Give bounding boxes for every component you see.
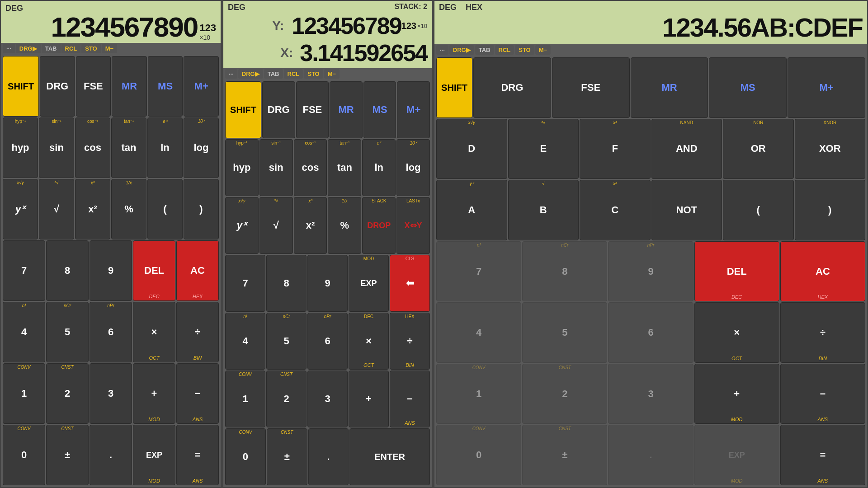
- btn-lparen[interactable]: (: [147, 179, 183, 239]
- toolbar-hex-sto[interactable]: STO: [515, 45, 534, 55]
- btn-5[interactable]: nCr 5: [46, 302, 89, 362]
- rpn-btn-backspace[interactable]: CLS ⬅: [390, 255, 430, 312]
- rpn-btn-sin[interactable]: sin⁻¹ sin: [259, 139, 293, 196]
- btn-sqrt[interactable]: ³√ √: [39, 179, 74, 239]
- hex-btn-rparen[interactable]: ): [795, 180, 866, 240]
- hex-btn-fse[interactable]: FSE: [552, 57, 630, 118]
- btn-3[interactable]: 3: [90, 363, 132, 424]
- hex-btn-9[interactable]: nPr 9: [608, 241, 693, 302]
- toolbar-hex-menu[interactable]: ···: [436, 45, 448, 55]
- hex-btn-drg[interactable]: DRG: [473, 57, 551, 118]
- rpn-btn-5[interactable]: nCr 5: [266, 313, 307, 370]
- btn-8[interactable]: 8: [46, 240, 89, 301]
- hex-btn-del[interactable]: DEL DEC: [694, 241, 779, 302]
- btn-shift[interactable]: SHIFT: [3, 56, 39, 117]
- toolbar-rpn-menu[interactable]: ···: [225, 69, 237, 79]
- toolbar-hex-rcl[interactable]: RCL: [495, 45, 514, 55]
- btn-plus[interactable]: + MOD: [133, 363, 175, 424]
- rpn-btn-multiply[interactable]: DEC × OCT: [349, 313, 389, 370]
- btn-7[interactable]: 7: [3, 240, 45, 301]
- toolbar-rpn-rcl[interactable]: RCL: [284, 69, 303, 79]
- hex-btn-8[interactable]: nCr 8: [522, 241, 607, 302]
- btn-ln[interactable]: eˣ ln: [147, 117, 183, 178]
- hex-btn-6[interactable]: 6: [608, 302, 693, 363]
- hex-btn-f[interactable]: x³ F: [580, 119, 651, 179]
- hex-btn-mplus[interactable]: M+: [788, 57, 865, 118]
- hex-btn-divide[interactable]: ÷ BIN: [780, 302, 865, 363]
- btn-9[interactable]: 9: [90, 240, 132, 301]
- rpn-btn-drop[interactable]: STACK DROP: [362, 197, 396, 254]
- rpn-btn-8[interactable]: 8: [266, 255, 307, 312]
- rpn-btn-cos[interactable]: cos⁻¹ cos: [294, 139, 327, 196]
- btn-6[interactable]: nPr 6: [90, 302, 132, 362]
- btn-minus[interactable]: − ANS: [176, 363, 219, 424]
- btn-fse[interactable]: FSE: [76, 56, 111, 117]
- toolbar-rpn-mminus[interactable]: M−: [324, 69, 340, 79]
- rpn-btn-shift[interactable]: SHIFT: [225, 81, 261, 138]
- hex-btn-c[interactable]: x² C: [580, 180, 651, 240]
- rpn-btn-7[interactable]: 7: [225, 255, 265, 312]
- rpn-btn-6[interactable]: nPr 6: [307, 313, 348, 370]
- rpn-btn-tan[interactable]: tan⁻¹ tan: [328, 139, 361, 196]
- btn-sign[interactable]: CNST ±: [46, 425, 89, 485]
- hex-btn-sign[interactable]: CNST ±: [522, 425, 607, 485]
- hex-btn-4[interactable]: 4: [436, 302, 521, 363]
- rpn-btn-mplus[interactable]: M+: [397, 81, 430, 138]
- rpn-btn-0[interactable]: CONV 0: [225, 428, 266, 485]
- btn-mplus[interactable]: M+: [184, 56, 219, 117]
- rpn-btn-log[interactable]: 10ˣ log: [396, 139, 430, 196]
- toolbar-hex-mminus[interactable]: M−: [535, 45, 551, 55]
- rpn-btn-percent[interactable]: 1/x %: [328, 197, 361, 254]
- rpn-btn-exp[interactable]: MOD EXP: [349, 255, 389, 312]
- hex-btn-ms[interactable]: MS: [709, 57, 787, 118]
- rpn-btn-decimal[interactable]: .: [308, 428, 349, 485]
- hex-btn-multiply[interactable]: × OCT: [694, 302, 779, 363]
- hex-btn-d[interactable]: x√y D: [436, 119, 507, 179]
- btn-0[interactable]: CONV 0: [3, 425, 45, 485]
- toolbar-hex-drg[interactable]: DRG▶: [449, 45, 474, 55]
- hex-btn-a[interactable]: yˣ A: [436, 180, 507, 240]
- rpn-btn-ln[interactable]: eˣ ln: [362, 139, 396, 196]
- hex-btn-e[interactable]: ³√ E: [508, 119, 579, 179]
- toolbar-rpn-drg[interactable]: DRG▶: [238, 69, 263, 79]
- hex-btn-or[interactable]: NOR OR: [723, 119, 794, 179]
- btn-decimal[interactable]: .: [90, 425, 132, 485]
- toolbar-hex-tab[interactable]: TAB: [475, 45, 494, 55]
- btn-sin[interactable]: sin⁻¹ sin: [39, 117, 74, 178]
- hex-btn-lparen[interactable]: (: [723, 180, 794, 240]
- rpn-btn-2[interactable]: CNST 2: [266, 371, 307, 427]
- btn-drg[interactable]: DRG: [40, 56, 75, 117]
- rpn-btn-x2[interactable]: x³ x²: [294, 197, 327, 254]
- rpn-btn-plus[interactable]: +: [349, 371, 389, 427]
- rpn-btn-sqrt[interactable]: ³√ √: [259, 197, 293, 254]
- toolbar-tab[interactable]: TAB: [42, 44, 61, 53]
- rpn-btn-xeqy[interactable]: LASTx X⇔Y: [396, 197, 430, 254]
- hex-btn-plus[interactable]: + MOD: [694, 364, 779, 424]
- btn-x2[interactable]: x³ x²: [75, 179, 110, 239]
- btn-ac[interactable]: AC HEX: [176, 240, 219, 301]
- btn-log[interactable]: 10ˣ log: [184, 117, 219, 178]
- hex-btn-0[interactable]: CONV 0: [436, 425, 521, 485]
- hex-btn-equals[interactable]: = ANS: [780, 425, 865, 485]
- rpn-btn-1[interactable]: CONV 1: [225, 371, 265, 427]
- toolbar-sto[interactable]: STO: [81, 44, 101, 53]
- rpn-btn-sign[interactable]: CNST ±: [267, 428, 307, 485]
- btn-cos[interactable]: cos⁻¹ cos: [75, 117, 110, 178]
- btn-equals[interactable]: = ANS: [176, 425, 219, 485]
- rpn-btn-9[interactable]: 9: [307, 255, 348, 312]
- hex-btn-5[interactable]: 5: [522, 302, 607, 363]
- btn-4[interactable]: n! 4: [3, 302, 45, 362]
- hex-btn-exp[interactable]: MOD EXP: [694, 425, 779, 485]
- rpn-btn-drg[interactable]: DRG: [262, 81, 295, 138]
- hex-btn-b[interactable]: √ B: [508, 180, 579, 240]
- hex-btn-not[interactable]: NOT: [651, 180, 722, 240]
- btn-tan[interactable]: tan⁻¹ tan: [111, 117, 146, 178]
- btn-mr[interactable]: MR: [112, 56, 147, 117]
- rpn-btn-fse[interactable]: FSE: [296, 81, 329, 138]
- btn-exp[interactable]: EXP MOD: [133, 425, 175, 485]
- rpn-btn-4[interactable]: n! 4: [225, 313, 265, 370]
- rpn-btn-yx[interactable]: x√y yˣ: [225, 197, 259, 254]
- toolbar-drg[interactable]: DRG▶: [16, 44, 41, 53]
- hex-btn-shift[interactable]: SHIFT: [436, 57, 472, 118]
- rpn-btn-enter[interactable]: ENTER: [349, 428, 430, 485]
